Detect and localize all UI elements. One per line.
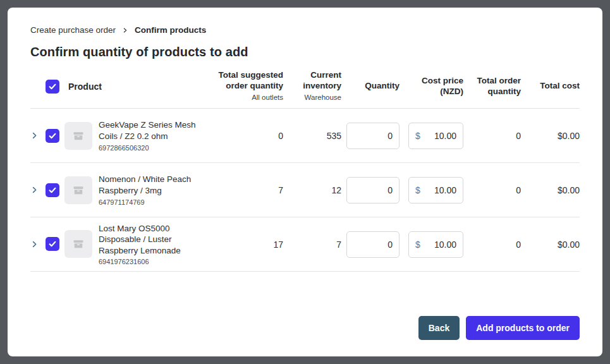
box-icon (72, 184, 85, 197)
suggested-order-quantity-value: 17 (215, 240, 283, 250)
product-sku: 6972866506320 (99, 144, 207, 152)
expand-row-chevron-icon[interactable] (30, 240, 46, 248)
column-header-current-inventory: Current inventory Warehouse (283, 70, 341, 102)
suggested-order-quantity-value: 0 (215, 131, 283, 141)
row-checkbox[interactable] (46, 237, 59, 251)
quantity-input[interactable] (346, 231, 400, 258)
total-order-quantity-value: 0 (463, 131, 521, 141)
chevron-right-icon (122, 27, 128, 33)
total-cost-value: $0.00 (521, 131, 580, 141)
footer-actions: Back Add products to order (30, 303, 580, 340)
total-cost-value: $0.00 (521, 240, 580, 250)
current-inventory-value: 7 (283, 240, 341, 250)
cost-price-input[interactable]: $ (408, 123, 463, 149)
total-order-quantity-value: 0 (463, 185, 521, 195)
back-button[interactable]: Back (418, 316, 460, 340)
check-icon (48, 186, 57, 195)
breadcrumb-confirm-products: Confirm products (135, 25, 206, 35)
check-icon (48, 82, 57, 91)
table-body: GeekVape Z Series Mesh Coils / Z2 0.2 oh… (30, 109, 580, 272)
table-header-row: Product Total suggested order quantity A… (30, 70, 580, 109)
box-icon (72, 130, 85, 142)
product-image-placeholder (64, 176, 92, 204)
suggested-order-quantity-value: 7 (215, 185, 283, 195)
add-products-to-order-button[interactable]: Add products to order (466, 316, 580, 340)
quantity-input[interactable] (346, 123, 400, 149)
product-sku: 647971174769 (99, 198, 207, 206)
product-image-placeholder (64, 230, 92, 258)
breadcrumb-create-purchase-order[interactable]: Create purchase order (30, 25, 116, 35)
product-name: Nomenon / White Peach Raspberry / 3mg (99, 174, 207, 196)
row-checkbox[interactable] (46, 183, 59, 197)
cost-price-value[interactable] (420, 240, 456, 250)
product-sku: 6941976231606 (99, 258, 207, 265)
dollar-sign: $ (415, 131, 420, 141)
column-header-cost-price: Cost price (NZD) (400, 76, 463, 97)
dollar-sign: $ (415, 240, 420, 250)
box-icon (72, 238, 85, 250)
column-header-product: Product (68, 82, 102, 92)
cost-price-value[interactable] (420, 131, 456, 141)
product-image-placeholder (64, 122, 92, 150)
current-inventory-value: 12 (283, 185, 341, 195)
expand-row-chevron-icon[interactable] (30, 131, 46, 140)
column-header-suggested: Total suggested order quantity All outle… (215, 70, 283, 102)
dollar-sign: $ (415, 185, 420, 195)
table-row: GeekVape Z Series Mesh Coils / Z2 0.2 oh… (30, 109, 580, 163)
column-header-total-cost: Total cost (521, 81, 580, 92)
column-header-total-order-quantity: Total order quantity (463, 76, 521, 97)
check-icon (48, 131, 57, 140)
page-title: Confirm quantity of products to add (30, 45, 580, 59)
total-cost-value: $0.00 (521, 185, 580, 195)
total-order-quantity-value: 0 (463, 240, 521, 250)
expand-row-chevron-icon[interactable] (30, 186, 46, 194)
current-inventory-value: 535 (283, 131, 341, 141)
check-icon (48, 240, 57, 248)
cost-price-value[interactable] (420, 185, 456, 195)
desktop-background: Create purchase order Confirm products C… (0, 0, 610, 364)
table-row: Nomenon / White Peach Raspberry / 3mg 64… (30, 163, 580, 217)
product-name: Lost Mary OS5000 Disposable / Luster Ras… (99, 223, 207, 257)
select-all-checkbox[interactable] (46, 80, 59, 94)
row-checkbox[interactable] (46, 129, 59, 143)
column-header-quantity: Quantity (341, 81, 400, 92)
cost-price-input[interactable]: $ (408, 231, 463, 258)
confirm-products-panel: Create purchase order Confirm products C… (8, 8, 602, 356)
product-name: GeekVape Z Series Mesh Coils / Z2 0.2 oh… (99, 119, 207, 142)
quantity-input[interactable] (346, 177, 400, 203)
cost-price-input[interactable]: $ (408, 177, 463, 203)
breadcrumb: Create purchase order Confirm products (30, 25, 580, 35)
table-row: Lost Mary OS5000 Disposable / Luster Ras… (30, 217, 580, 272)
